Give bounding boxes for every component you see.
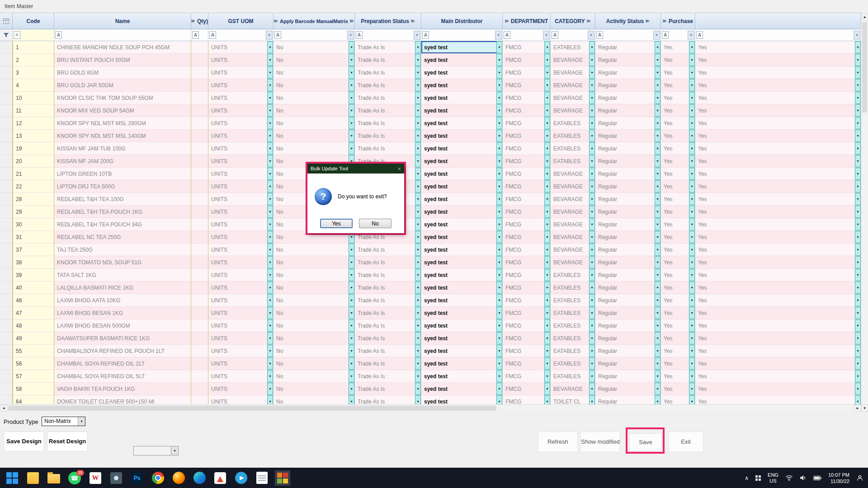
edge-icon[interactable] (192, 470, 207, 486)
cell-purchase[interactable]: Yes▾ (661, 256, 695, 269)
cell-code[interactable]: 12 (13, 117, 54, 130)
dropdown-arrow-icon[interactable]: ▾ (655, 66, 660, 79)
dropdown-arrow-icon[interactable]: ▾ (496, 142, 502, 155)
item-master-app-icon[interactable] (275, 470, 290, 486)
table-row[interactable]: 2 BRU INSTANT POUCH 50GM UNITS▾ No▾ Trad… (0, 54, 861, 66)
exit-button[interactable]: Exit (668, 432, 703, 452)
cell-code[interactable]: 29 (13, 206, 54, 218)
cell-activity-status[interactable]: Regular▾ (595, 383, 661, 395)
cell-purchase[interactable]: Yes▾ (661, 383, 695, 395)
dropdown-arrow-icon[interactable]: ▾ (415, 41, 421, 53)
dropdown-arrow-icon[interactable]: ▾ (689, 395, 695, 404)
cell-category[interactable]: EATABLES▾ (551, 319, 595, 332)
cell-gst-uom[interactable]: UNITS▾ (208, 104, 274, 117)
table-row[interactable]: 56 CHAMBAL SOYA REFINED OIL 2LT UNITS▾ N… (0, 357, 861, 370)
cell-activity-status[interactable]: Regular▾ (595, 294, 661, 307)
dropdown-arrow-icon[interactable]: ▾ (267, 269, 273, 281)
dropdown-arrow-icon[interactable]: ▾ (349, 395, 354, 404)
cell-gst-uom[interactable]: UNITS▾ (208, 357, 274, 370)
cell-apply-barcode[interactable]: No▾ (274, 104, 355, 117)
dropdown-arrow-icon[interactable]: ▾ (689, 130, 695, 142)
table-row[interactable]: 31 REDLABEL NC TEA 250G UNITS▾ No▾ Trade… (0, 231, 861, 244)
dropdown-arrow-icon[interactable]: ▾ (496, 307, 502, 319)
cell-purchase[interactable]: Yes▾ (661, 244, 695, 256)
filter-edit-icon[interactable]: A (356, 31, 363, 39)
dropdown-arrow-icon[interactable]: ▾ (689, 282, 695, 294)
dropdown-arrow-icon[interactable]: ▾ (496, 231, 502, 243)
dropdown-arrow-icon[interactable]: ▾ (496, 193, 502, 205)
cell-department[interactable]: FMCG▾ (503, 269, 551, 282)
cell-apply-barcode[interactable]: No▾ (274, 294, 355, 307)
cell-category[interactable]: EATABLES▾ (551, 155, 595, 168)
cell-extra[interactable]: Yes▾ (695, 142, 861, 155)
unlabeled-combobox[interactable]: ▾ (133, 446, 179, 455)
cell-main-distributor[interactable]: syed test▾ (421, 269, 503, 282)
cell-qty[interactable] (191, 345, 208, 357)
dropdown-arrow-icon[interactable]: ▾ (267, 218, 273, 230)
dropdown-arrow-icon[interactable]: ▾ (496, 370, 502, 382)
cell-purchase[interactable]: Yes▾ (661, 307, 695, 319)
cell-qty[interactable] (191, 180, 208, 193)
cell-qty[interactable] (191, 269, 208, 282)
cell-preparation-status[interactable]: Trade As Is▾ (355, 130, 421, 142)
cell-department[interactable]: FMCG▾ (503, 370, 551, 383)
cell-category[interactable]: EATABLES▾ (551, 41, 595, 54)
cell-activity-status[interactable]: Regular▾ (595, 130, 661, 142)
dropdown-arrow-icon[interactable]: ▾ (655, 307, 660, 319)
dropdown-arrow-icon[interactable]: ▾ (349, 282, 354, 294)
cell-name[interactable]: REDLABEL NC TEA 250G (54, 231, 191, 244)
table-row[interactable]: 57 CHAMBAL SOYA REFINED OIL 5LT UNITS▾ N… (0, 370, 861, 383)
cell-apply-barcode[interactable]: No▾ (274, 319, 355, 332)
cell-preparation-status[interactable]: Trade As Is▾ (355, 345, 421, 357)
dropdown-arrow-icon[interactable]: ▾ (855, 383, 861, 395)
cell-code[interactable]: 1 (13, 41, 54, 54)
dropdown-arrow-icon[interactable]: ▾ (544, 319, 550, 332)
dropdown-arrow-icon[interactable]: ▾ (415, 395, 421, 404)
cell-preparation-status[interactable]: Trade As Is▾ (355, 282, 421, 294)
column-header-purchase[interactable]: Purchase (661, 13, 695, 29)
cell-name[interactable]: TAJ TEA 250G (54, 244, 191, 256)
cell-department[interactable]: FMCG▾ (503, 345, 551, 357)
cell-extra[interactable]: Yes▾ (695, 130, 861, 142)
cell-name[interactable]: LIPTON DRJ TEA 500G (54, 180, 191, 193)
dropdown-arrow-icon[interactable]: ▾ (655, 370, 660, 382)
cell-activity-status[interactable]: Regular▾ (595, 92, 661, 104)
cell-name[interactable]: BRU GOLD JAR 50GM (54, 79, 191, 92)
cell-extra[interactable]: Yes▾ (695, 269, 861, 282)
cell-apply-barcode[interactable]: No▾ (274, 357, 355, 370)
table-row[interactable]: 28 REDLABEL T&H TEA 100G UNITS▾ No▾ Trad… (0, 193, 861, 206)
dropdown-arrow-icon[interactable]: ▾ (689, 168, 695, 180)
cell-department[interactable]: FMCG▾ (503, 92, 551, 104)
scroll-down-button[interactable]: ▼ (861, 404, 868, 412)
vertical-scrollbar[interactable]: ▲ ▼ (861, 13, 868, 412)
dropdown-arrow-icon[interactable]: ▾ (589, 193, 595, 205)
cell-category[interactable]: BEVARAGE▾ (551, 79, 595, 92)
dropdown-arrow-icon[interactable]: ▾ (496, 395, 502, 404)
dropdown-arrow-icon[interactable]: ▾ (689, 66, 695, 79)
cell-gst-uom[interactable]: UNITS▾ (208, 117, 274, 130)
filter-edit-icon[interactable]: A (504, 31, 510, 39)
dropdown-arrow-icon[interactable]: ▾ (689, 180, 695, 192)
dropdown-arrow-icon[interactable]: ▾ (689, 218, 695, 230)
dropdown-arrow-icon[interactable]: ▾ (349, 370, 354, 382)
dropdown-arrow-icon[interactable]: ▾ (415, 168, 421, 180)
cell-category[interactable]: BEVARAGE▾ (551, 66, 595, 79)
cell-code[interactable]: 46 (13, 294, 54, 307)
cell-name[interactable]: CHINESE MANCHW NDLE SOUP PCH 45GM (54, 41, 191, 54)
cell-extra[interactable]: Yes▾ (695, 256, 861, 269)
table-row[interactable]: 55 CHAMBALSOYA REFINED OIL POUCH 1LT UNI… (0, 345, 861, 357)
dropdown-arrow-icon[interactable]: ▾ (589, 66, 595, 79)
horizontal-scrollbar-thumb[interactable] (8, 406, 496, 411)
cell-department[interactable]: FMCG▾ (503, 66, 551, 79)
dropdown-arrow-icon[interactable]: ▾ (855, 180, 861, 192)
horizontal-scrollbar[interactable]: ◄ ► (0, 404, 861, 412)
dropdown-arrow-icon[interactable]: ▾ (349, 92, 354, 104)
dropdown-arrow-icon[interactable]: ▾ (496, 155, 502, 167)
cell-purchase[interactable]: Yes▾ (661, 231, 695, 244)
filter-dropdown-button[interactable]: ▾ (414, 31, 420, 40)
column-header-name[interactable]: Name (54, 13, 191, 29)
tray-grid-icon[interactable] (755, 475, 761, 481)
cell-extra[interactable]: Yes▾ (695, 231, 861, 244)
dropdown-arrow-icon[interactable]: ▾ (589, 332, 595, 344)
dropdown-arrow-icon[interactable]: ▾ (544, 41, 550, 53)
